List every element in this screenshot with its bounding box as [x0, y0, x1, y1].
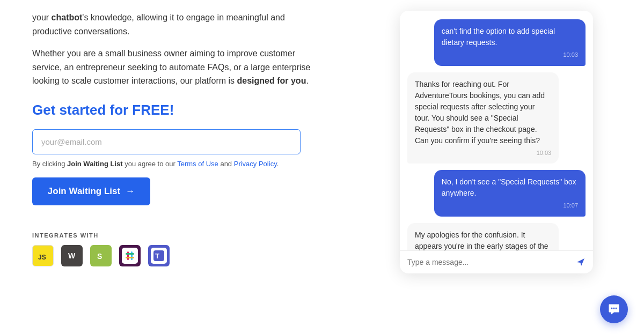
slack-icon [119, 245, 141, 266]
svg-point-15 [613, 308, 615, 309]
join-btn-label: Join Waiting List [48, 186, 120, 197]
left-panel: your chatbot's knowledge, allowing it to… [0, 0, 354, 334]
svg-rect-9 [126, 253, 134, 255]
terms-of-use-link[interactable]: Terms of Use [177, 160, 218, 168]
svg-rect-10 [126, 257, 134, 258]
terms-text: By clicking Join Waiting List you agree … [32, 160, 301, 168]
cta-heading: Get started for FREE! [32, 102, 322, 118]
wordpress-icon: W [61, 245, 83, 266]
msg-timestamp-3: 10:07 [442, 201, 578, 210]
chat-message-user-1: can't find the option to add special die… [434, 19, 586, 66]
designed-for-you-bold: designed for you [237, 76, 306, 85]
chat-messages[interactable]: can't find the option to add special die… [400, 11, 593, 250]
msg-timestamp-2: 10:03 [415, 149, 551, 158]
svg-point-16 [616, 308, 617, 309]
para2-end: . [306, 76, 308, 85]
js-icon: JS [32, 245, 54, 266]
integration-icons-row: JS W S [32, 245, 322, 266]
floating-chat-button[interactable] [600, 295, 628, 323]
chat-message-input[interactable] [407, 258, 570, 266]
msg-text-4: My apologies for the confusion. It appea… [415, 231, 548, 251]
svg-text:T: T [155, 252, 159, 260]
svg-rect-7 [127, 251, 129, 260]
send-message-button[interactable] [576, 257, 586, 267]
chat-input-area [400, 250, 593, 273]
terms-join-bold: Join Waiting List [67, 160, 123, 168]
right-panel: can't find the option to add special die… [354, 0, 644, 334]
integrates-section: INTEGRATES WITH JS W S [32, 232, 322, 266]
terms-and: and [218, 160, 234, 168]
msg-text-2: Thanks for reaching out. For AdventureTo… [415, 80, 545, 145]
privacy-policy-link[interactable]: Privacy Policy [234, 160, 277, 168]
chat-message-user-2: No, I don't see a "Special Requests" box… [434, 170, 586, 217]
chatbot-bold: chatbot [52, 13, 83, 22]
svg-point-14 [611, 308, 613, 309]
teams-icon: T [148, 245, 170, 266]
msg-timestamp-1: 10:03 [442, 50, 578, 60]
svg-text:JS: JS [38, 254, 46, 261]
msg-text-1: can't find the option to add special die… [442, 27, 555, 47]
svg-rect-6 [122, 248, 138, 264]
terms-end: . [277, 160, 279, 168]
msg-text-3: No, I don't see a "Special Requests" box… [442, 177, 576, 197]
svg-text:W: W [68, 251, 76, 260]
shopify-icon: S [90, 245, 112, 266]
terms-mid: you agree to our [123, 160, 178, 168]
integrates-label: INTEGRATES WITH [32, 232, 322, 239]
chat-message-agent-2: My apologies for the confusion. It appea… [407, 223, 559, 251]
join-waiting-list-button[interactable]: Join Waiting List → [32, 177, 150, 205]
intro-paragraph-2: Whether you are a small business owner a… [32, 47, 322, 88]
svg-text:S: S [97, 252, 102, 261]
svg-rect-8 [131, 251, 133, 260]
intro-paragraph-1: your chatbot's knowledge, allowing it to… [32, 11, 322, 38]
email-input[interactable] [32, 129, 301, 154]
terms-pre: By clicking [32, 160, 67, 168]
chat-widget: can't find the option to add special die… [400, 11, 593, 273]
chat-message-agent-1: Thanks for reaching out. For AdventureTo… [407, 72, 559, 164]
arrow-icon: → [126, 186, 135, 197]
